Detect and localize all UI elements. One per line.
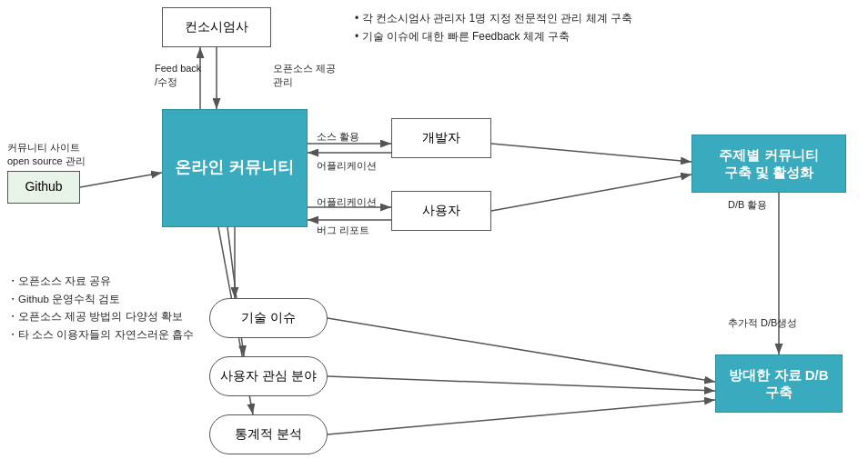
svg-line-15 — [328, 318, 715, 382]
box-user: 사용자 — [391, 191, 491, 231]
label-db-use: D/B 활용 — [728, 198, 767, 212]
label-feedback: Feed back /수정 — [155, 62, 201, 90]
label-source-use: 소스 활용 — [317, 130, 359, 144]
box-github: Github — [7, 171, 80, 204]
box-tech-issue: 기술 이슈 — [209, 298, 328, 338]
diagram-container: 컨소시엄사 Github 온라인 커뮤니티 개발자 사용자 주제별 커뮤니티 구… — [0, 0, 868, 469]
label-application2: 어플리케이션 — [317, 195, 377, 209]
label-additional-db: 추가적 D/B생성 — [728, 316, 797, 330]
label-community-site: 커뮤니티 사이트 open source 관리 — [7, 141, 86, 169]
bullet-list-bottom: ・오픈소스 자료 공유 ・Github 운영수칙 검토 ・오픈소스 제공 방법의… — [7, 273, 194, 344]
svg-line-16 — [328, 376, 715, 391]
svg-line-17 — [328, 400, 715, 434]
bullet-list-top: • 각 컨소시엄사 관리자 1명 지정 전문적인 관리 체계 구축 • 기술 이… — [355, 9, 632, 46]
svg-line-9 — [491, 144, 691, 162]
label-application1: 어플리케이션 — [317, 159, 377, 173]
box-developer: 개발자 — [391, 118, 491, 158]
svg-line-10 — [491, 175, 691, 211]
box-vast-db: 방대한 자료 D/B 구축 — [715, 354, 843, 413]
svg-line-4 — [80, 173, 162, 187]
label-bug-report: 버그 리포트 — [317, 224, 369, 237]
box-subject-community: 주제별 커뮤니티 구축 및 활성화 — [691, 135, 846, 193]
box-consortium: 컨소시엄사 — [162, 7, 271, 47]
label-opensource-supply: 오픈소스 제공 관리 — [273, 62, 336, 90]
box-statistical: 통계적 분석 — [209, 414, 328, 454]
box-online-community: 온라인 커뮤니티 — [162, 109, 308, 227]
box-user-interest: 사용자 관심 분야 — [209, 356, 328, 396]
